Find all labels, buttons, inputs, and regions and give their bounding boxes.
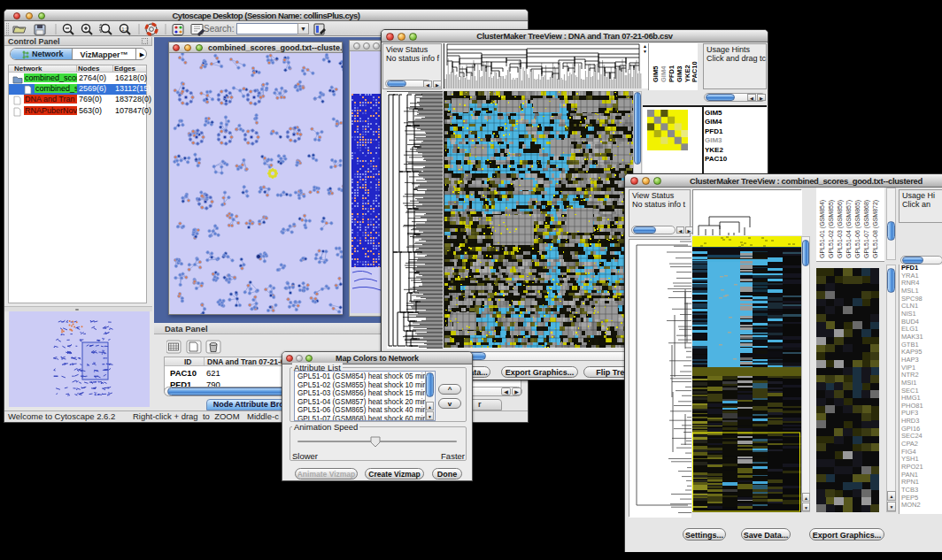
svg-text:1:1: 1:1 [122, 27, 128, 32]
